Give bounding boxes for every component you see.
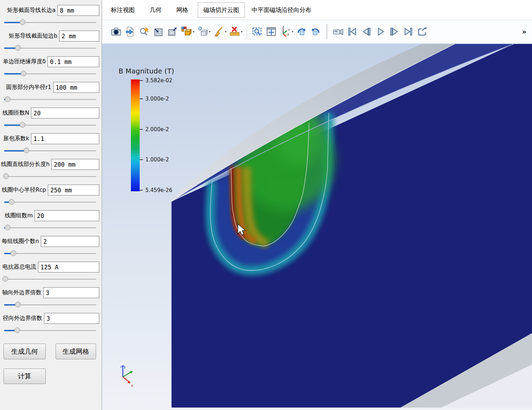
dropdown-caret[interactable]: ▾ [209,30,211,33]
slider-thumb[interactable] [3,173,9,179]
clean-view-button[interactable]: ▾ [211,23,228,40]
rotate-ccw-button[interactable] [309,23,323,40]
tab-midplane-radial-distribution[interactable]: 中平面磁场沿径向分布 [246,3,317,17]
slider-fill [4,150,26,152]
param-label: 每组线圈个数n [2,238,39,245]
param-block: 线圈匝数N [0,105,102,130]
param-slider[interactable] [4,147,96,155]
legend-tick: 3.582e-02 [140,77,172,84]
param-label: 径向外边界倍数 [3,315,42,322]
legend-tick: 5.459e-26 [140,187,172,193]
svg-text:x: x [131,383,133,388]
replay-button[interactable] [416,23,430,40]
param-block: 线圈直线部分长度h [0,156,102,182]
slider-thumb[interactable] [21,71,26,76]
dropdown-caret[interactable]: ▾ [292,30,293,33]
camera-button[interactable] [109,23,123,40]
slider-thumb[interactable] [11,250,16,256]
param-slider[interactable] [4,96,96,103]
param-label: 单边匝绝缘厚度δ [3,58,46,65]
quick-zoom-button[interactable] [137,23,151,40]
param-slider[interactable] [4,44,96,52]
param-input[interactable] [31,133,99,144]
slider-thumb[interactable] [5,225,11,230]
tick-dash [140,129,143,130]
toolbar-dotted-separator [327,24,327,39]
generate-mesh-button[interactable]: 生成网格 [56,344,96,359]
step-forward-button[interactable] [387,23,401,40]
toolbar-overflow-button[interactable]: » [522,28,528,36]
param-slider[interactable] [4,19,96,26]
param-slider[interactable] [4,275,96,283]
param-input[interactable] [57,5,99,16]
param-block: 矩形导线截面短边b [0,28,102,53]
param-slider[interactable] [4,173,96,180]
render-mode-icon [197,26,209,38]
seek-start-button[interactable] [345,23,359,40]
rotate-cw-button[interactable] [294,23,309,40]
slider-thumb[interactable] [14,327,20,333]
param-input[interactable] [31,108,99,118]
generate-geometry-button[interactable]: 生成几何 [4,344,46,359]
dropdown-caret[interactable]: ▾ [225,30,227,33]
pan-button[interactable] [264,23,278,40]
param-label: 电抗器总电流 [2,263,36,271]
section-view-button[interactable]: ▾ [179,23,196,40]
param-input[interactable] [59,31,99,41]
param-input[interactable] [48,185,99,196]
param-block: 线圈中心半径Rcp [0,182,102,207]
legend-tick: 2.000e-2 [140,126,169,133]
slider-thumb[interactable] [9,199,14,205]
tick-label: 2.000e-2 [145,126,169,133]
export-image-button[interactable] [123,23,137,40]
view-orientation-button[interactable]: Z Y X ▾ [278,23,294,40]
param-input[interactable] [41,236,99,247]
param-slider[interactable] [4,70,96,78]
param-slider[interactable] [4,121,96,129]
tab-field-slice-contour[interactable]: 磁场切片云图 [198,2,245,18]
param-slider[interactable] [4,250,96,257]
compute-button[interactable]: 计算 [4,369,46,384]
zoom-region-button[interactable] [250,23,264,40]
render-mode-button[interactable]: ▾ [196,23,212,40]
legend-colorbar: 3.582e-02 3.000e-2 2.000e-2 1.000e-2 [131,79,140,191]
zoom-region-icon [251,26,263,38]
slider-thumb[interactable] [20,122,25,128]
tab-mesh[interactable]: 网格 [171,3,194,17]
param-input[interactable] [38,262,99,273]
record-video-button[interactable] [331,23,345,40]
param-slider[interactable] [4,198,96,206]
param-slider[interactable] [4,301,96,309]
tick-dash [140,190,143,191]
slider-thumb[interactable] [15,302,21,307]
param-block: 单边匝绝缘厚度δ [0,53,102,79]
slider-thumb[interactable] [20,19,25,25]
param-slider[interactable] [4,327,96,334]
pan-icon [265,26,277,38]
zoom-window-button[interactable] [165,23,179,40]
param-input[interactable] [43,287,99,298]
dropdown-caret[interactable]: ▾ [241,30,243,33]
tab-annotation-view[interactable]: 标注视图 [106,3,140,17]
dropdown-caret[interactable]: ▾ [193,30,195,33]
slider-thumb[interactable] [24,148,29,153]
colorbar-legend: B Magnitude (T) 3.582e-02 3.000e-2 2.000… [119,67,174,191]
zoom-to-fit-button[interactable] [151,23,165,40]
slider-thumb[interactable] [15,45,21,51]
measure-toggle-button[interactable]: ▾ [228,23,244,40]
slider-thumb[interactable] [5,96,11,102]
tab-geometry[interactable]: 几何 [144,3,167,17]
param-input[interactable] [44,313,99,324]
param-input[interactable] [53,82,99,93]
toolbar-separator [247,24,247,39]
slider-thumb[interactable] [2,276,8,282]
viewport-3d[interactable]: x B Magnitude (T) 3.582e-02 3.000e-2 [102,44,532,410]
param-block: 轴向外边界倍数 [0,284,102,310]
param-input[interactable] [48,56,99,67]
seek-end-button[interactable] [401,23,416,40]
play-button[interactable] [373,23,387,40]
param-input[interactable] [51,159,99,170]
step-back-button[interactable] [359,23,373,40]
param-input[interactable] [34,210,99,221]
param-slider[interactable] [4,224,96,232]
